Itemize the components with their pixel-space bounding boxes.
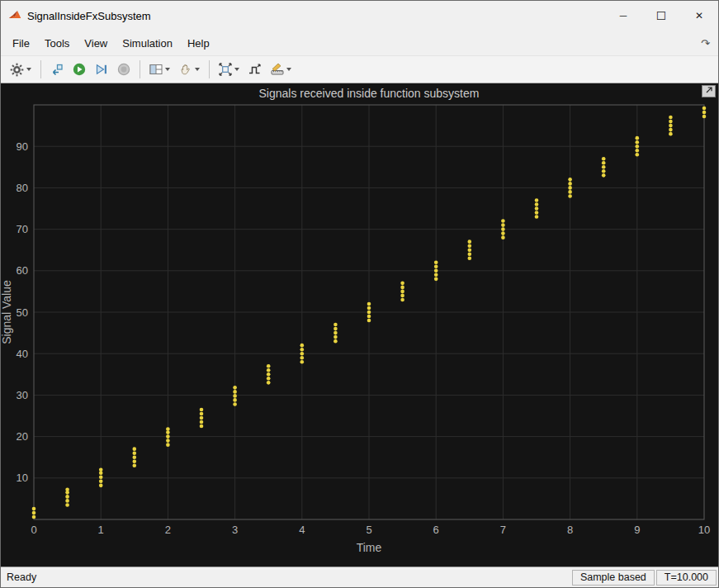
svg-text:80: 80	[17, 182, 28, 194]
run-button[interactable]	[69, 59, 90, 79]
pan-hand-icon	[179, 63, 192, 76]
step-forward-button[interactable]	[91, 59, 112, 79]
svg-text:7: 7	[500, 524, 506, 536]
scope-toolbar	[1, 55, 718, 83]
highlight-block-icon	[50, 63, 64, 76]
svg-text:90: 90	[17, 140, 28, 153]
toolbar-separator	[140, 60, 140, 78]
svg-text:60: 60	[17, 264, 28, 277]
scope-plot: 012345678910102030405060708090Signals re…	[1, 83, 718, 567]
pan-button[interactable]	[175, 59, 204, 79]
menu-bar: File Tools View Simulation Help ↷	[1, 31, 718, 55]
run-icon	[73, 63, 86, 76]
svg-text:50: 50	[17, 306, 28, 319]
svg-text:Signals received inside functi: Signals received inside function subsyst…	[259, 87, 480, 100]
svg-text:30: 30	[17, 389, 28, 401]
chevron-down-icon	[26, 68, 31, 71]
trigger-signal-icon	[248, 63, 262, 76]
svg-text:8: 8	[567, 524, 573, 536]
sample-mode-indicator: Sample based	[572, 570, 655, 586]
expand-arrow-icon	[704, 85, 714, 97]
svg-text:10: 10	[698, 524, 710, 536]
maximize-axes-button[interactable]	[702, 85, 716, 97]
stop-button	[113, 59, 135, 79]
menu-tools[interactable]: Tools	[37, 33, 77, 54]
maximize-button[interactable]: ☐	[642, 1, 680, 31]
svg-text:40: 40	[17, 348, 28, 360]
measurements-ruler-icon	[271, 63, 284, 76]
svg-text:1: 1	[98, 524, 104, 536]
zoom-fit-button[interactable]	[215, 59, 244, 79]
sim-time-indicator: T=10.000	[656, 570, 717, 586]
close-button[interactable]: ✕	[680, 1, 718, 31]
highlight-simulink-block-button[interactable]	[46, 59, 68, 79]
layout-button[interactable]	[145, 59, 174, 79]
menu-simulation[interactable]: Simulation	[115, 33, 180, 54]
settings-button[interactable]	[6, 59, 35, 80]
menu-help[interactable]: Help	[180, 33, 217, 54]
chevron-down-icon	[195, 68, 200, 71]
svg-text:3: 3	[232, 524, 238, 536]
triggers-button[interactable]	[244, 59, 266, 79]
gear-icon	[10, 63, 24, 77]
scope-window: SignalInsideFxSubsystem ─ ☐ ✕ File Tools…	[0, 0, 719, 588]
svg-text:Time: Time	[357, 541, 382, 554]
svg-text:5: 5	[366, 524, 371, 536]
title-bar: SignalInsideFxSubsystem ─ ☐ ✕	[1, 1, 718, 31]
toolbar-separator	[209, 60, 210, 78]
step-forward-icon	[95, 63, 108, 76]
status-bar: Ready Sample based T=10.000	[1, 567, 718, 587]
toolbar-separator	[40, 60, 41, 78]
zoom-fit-icon	[219, 63, 232, 76]
window-controls: ─ ☐ ✕	[604, 1, 718, 31]
minimize-button[interactable]: ─	[604, 1, 642, 31]
layout-icon	[149, 63, 163, 76]
window-title: SignalInsideFxSubsystem	[27, 10, 151, 22]
svg-text:70: 70	[17, 223, 28, 235]
svg-text:20: 20	[17, 430, 28, 443]
svg-text:0: 0	[31, 524, 36, 536]
measurements-button[interactable]	[267, 59, 296, 79]
svg-text:9: 9	[634, 524, 640, 536]
status-indicators: Sample based T=10.000	[570, 567, 718, 587]
svg-text:Signal Value: Signal Value	[1, 280, 13, 344]
menu-overflow-icon[interactable]: ↷	[701, 37, 718, 50]
svg-text:4: 4	[299, 524, 305, 536]
chevron-down-icon	[165, 68, 170, 71]
stop-icon	[117, 63, 130, 76]
menu-view[interactable]: View	[77, 33, 115, 54]
chevron-down-icon	[234, 68, 239, 71]
chevron-down-icon	[286, 68, 291, 71]
scope-display: 012345678910102030405060708090Signals re…	[1, 83, 718, 567]
status-text: Ready	[1, 571, 36, 583]
matlab-scope-icon	[8, 9, 21, 22]
svg-text:2: 2	[165, 524, 171, 536]
svg-text:6: 6	[433, 524, 439, 536]
svg-text:10: 10	[17, 472, 28, 484]
menu-file[interactable]: File	[5, 33, 37, 54]
